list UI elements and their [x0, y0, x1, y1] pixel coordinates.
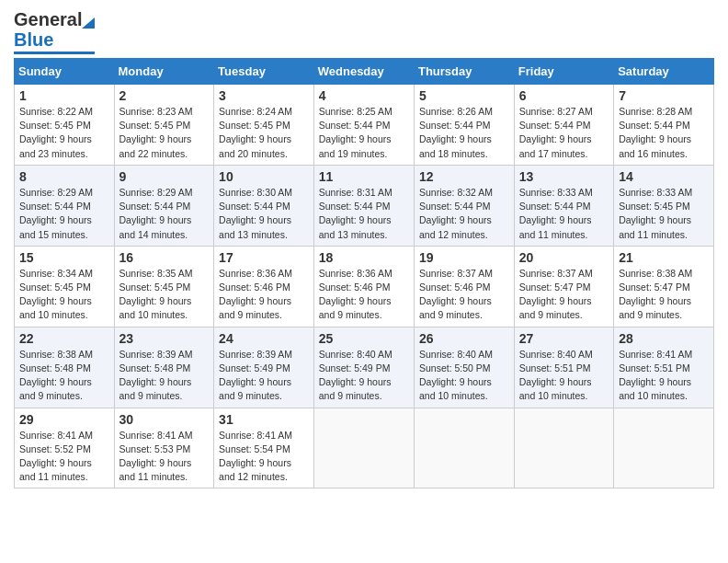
- day-info: Sunrise: 8:40 AMSunset: 5:51 PMDaylight:…: [519, 348, 609, 404]
- day-number: 14: [619, 169, 709, 184]
- logo: GeneralBlue: [14, 9, 95, 54]
- svg-marker-0: [82, 17, 95, 29]
- calendar-cell: 27 Sunrise: 8:40 AMSunset: 5:51 PMDaylig…: [514, 327, 613, 408]
- day-info: Sunrise: 8:28 AMSunset: 5:44 PMDaylight:…: [619, 105, 709, 161]
- day-number: 31: [219, 412, 309, 427]
- calendar-cell: 2 Sunrise: 8:23 AMSunset: 5:45 PMDayligh…: [114, 85, 214, 166]
- calendar-cell: 25 Sunrise: 8:40 AMSunset: 5:49 PMDaylig…: [313, 327, 414, 408]
- day-info: Sunrise: 8:41 AMSunset: 5:51 PMDaylight:…: [619, 348, 709, 404]
- calendar-cell: 24 Sunrise: 8:39 AMSunset: 5:49 PMDaylig…: [214, 327, 314, 408]
- day-info: Sunrise: 8:41 AMSunset: 5:52 PMDaylight:…: [19, 429, 109, 485]
- calendar-cell: 13 Sunrise: 8:33 AMSunset: 5:44 PMDaylig…: [514, 165, 613, 246]
- day-number: 17: [219, 250, 309, 265]
- calendar-week-row: 15 Sunrise: 8:34 AMSunset: 5:45 PMDaylig…: [15, 246, 714, 327]
- day-number: 27: [519, 331, 609, 346]
- day-number: 21: [619, 250, 709, 265]
- day-number: 22: [19, 331, 109, 346]
- day-number: 4: [319, 88, 409, 103]
- calendar-cell: 21 Sunrise: 8:38 AMSunset: 5:47 PMDaylig…: [614, 246, 714, 327]
- calendar-week-row: 29 Sunrise: 8:41 AMSunset: 5:52 PMDaylig…: [15, 408, 714, 488]
- day-number: 19: [419, 250, 509, 265]
- col-header-sunday: Sunday: [15, 59, 115, 85]
- day-info: Sunrise: 8:38 AMSunset: 5:48 PMDaylight:…: [19, 348, 109, 404]
- calendar-cell: 12 Sunrise: 8:32 AMSunset: 5:44 PMDaylig…: [414, 165, 514, 246]
- day-info: Sunrise: 8:33 AMSunset: 5:44 PMDaylight:…: [519, 186, 609, 242]
- day-number: 26: [419, 331, 509, 346]
- calendar-cell: 5 Sunrise: 8:26 AMSunset: 5:44 PMDayligh…: [414, 85, 514, 166]
- calendar-cell: 10 Sunrise: 8:30 AMSunset: 5:44 PMDaylig…: [214, 165, 314, 246]
- calendar-cell: [414, 408, 514, 488]
- col-header-thursday: Thursday: [414, 59, 514, 85]
- calendar-cell: [514, 408, 613, 488]
- logo-text-block: GeneralBlue: [14, 9, 95, 54]
- calendar-cell: 20 Sunrise: 8:37 AMSunset: 5:47 PMDaylig…: [514, 246, 613, 327]
- day-number: 18: [319, 250, 409, 265]
- col-header-saturday: Saturday: [614, 59, 714, 85]
- day-info: Sunrise: 8:40 AMSunset: 5:49 PMDaylight:…: [319, 348, 409, 404]
- day-number: 30: [119, 412, 210, 427]
- calendar-cell: 14 Sunrise: 8:33 AMSunset: 5:45 PMDaylig…: [614, 165, 714, 246]
- col-header-tuesday: Tuesday: [214, 59, 314, 85]
- calendar-cell: 7 Sunrise: 8:28 AMSunset: 5:44 PMDayligh…: [614, 85, 714, 166]
- day-number: 28: [619, 331, 709, 346]
- day-info: Sunrise: 8:24 AMSunset: 5:45 PMDaylight:…: [219, 105, 309, 161]
- calendar-cell: 1 Sunrise: 8:22 AMSunset: 5:45 PMDayligh…: [15, 85, 115, 166]
- day-number: 10: [219, 169, 309, 184]
- calendar-week-row: 1 Sunrise: 8:22 AMSunset: 5:45 PMDayligh…: [15, 85, 714, 166]
- day-info: Sunrise: 8:32 AMSunset: 5:44 PMDaylight:…: [419, 186, 509, 242]
- day-info: Sunrise: 8:38 AMSunset: 5:47 PMDaylight:…: [619, 267, 709, 323]
- calendar-cell: 17 Sunrise: 8:36 AMSunset: 5:46 PMDaylig…: [214, 246, 314, 327]
- calendar-cell: [313, 408, 414, 488]
- calendar-cell: 9 Sunrise: 8:29 AMSunset: 5:44 PMDayligh…: [114, 165, 214, 246]
- day-number: 23: [119, 331, 210, 346]
- calendar-cell: 22 Sunrise: 8:38 AMSunset: 5:48 PMDaylig…: [15, 327, 115, 408]
- day-info: Sunrise: 8:29 AMSunset: 5:44 PMDaylight:…: [119, 186, 210, 242]
- day-number: 29: [19, 412, 109, 427]
- page-header: GeneralBlue: [14, 9, 714, 54]
- day-number: 8: [19, 169, 109, 184]
- col-header-friday: Friday: [514, 59, 613, 85]
- calendar-cell: 31 Sunrise: 8:41 AMSunset: 5:54 PMDaylig…: [214, 408, 314, 488]
- day-info: Sunrise: 8:41 AMSunset: 5:53 PMDaylight:…: [119, 429, 210, 485]
- calendar-cell: 4 Sunrise: 8:25 AMSunset: 5:44 PMDayligh…: [313, 85, 414, 166]
- day-info: Sunrise: 8:36 AMSunset: 5:46 PMDaylight:…: [219, 267, 309, 323]
- calendar-cell: 11 Sunrise: 8:31 AMSunset: 5:44 PMDaylig…: [313, 165, 414, 246]
- day-info: Sunrise: 8:25 AMSunset: 5:44 PMDaylight:…: [319, 105, 409, 161]
- day-number: 11: [319, 169, 409, 184]
- day-info: Sunrise: 8:39 AMSunset: 5:48 PMDaylight:…: [119, 348, 210, 404]
- calendar-week-row: 22 Sunrise: 8:38 AMSunset: 5:48 PMDaylig…: [15, 327, 714, 408]
- calendar-cell: 30 Sunrise: 8:41 AMSunset: 5:53 PMDaylig…: [114, 408, 214, 488]
- day-info: Sunrise: 8:34 AMSunset: 5:45 PMDaylight:…: [19, 267, 109, 323]
- day-info: Sunrise: 8:37 AMSunset: 5:47 PMDaylight:…: [519, 267, 609, 323]
- day-number: 25: [319, 331, 409, 346]
- calendar-cell: 3 Sunrise: 8:24 AMSunset: 5:45 PMDayligh…: [214, 85, 314, 166]
- calendar-cell: 18 Sunrise: 8:36 AMSunset: 5:46 PMDaylig…: [313, 246, 414, 327]
- day-info: Sunrise: 8:35 AMSunset: 5:45 PMDaylight:…: [119, 267, 210, 323]
- day-number: 9: [119, 169, 210, 184]
- day-number: 15: [19, 250, 109, 265]
- day-number: 5: [419, 88, 509, 103]
- day-number: 20: [519, 250, 609, 265]
- day-info: Sunrise: 8:36 AMSunset: 5:46 PMDaylight:…: [319, 267, 409, 323]
- day-info: Sunrise: 8:22 AMSunset: 5:45 PMDaylight:…: [19, 105, 109, 161]
- calendar-table: SundayMondayTuesdayWednesdayThursdayFrid…: [14, 58, 714, 488]
- day-info: Sunrise: 8:26 AMSunset: 5:44 PMDaylight:…: [419, 105, 509, 161]
- calendar-cell: 8 Sunrise: 8:29 AMSunset: 5:44 PMDayligh…: [15, 165, 115, 246]
- day-info: Sunrise: 8:33 AMSunset: 5:45 PMDaylight:…: [619, 186, 709, 242]
- day-info: Sunrise: 8:37 AMSunset: 5:46 PMDaylight:…: [419, 267, 509, 323]
- calendar-cell: 23 Sunrise: 8:39 AMSunset: 5:48 PMDaylig…: [114, 327, 214, 408]
- day-number: 12: [419, 169, 509, 184]
- logo-triangle-icon: [82, 10, 95, 29]
- calendar-cell: 16 Sunrise: 8:35 AMSunset: 5:45 PMDaylig…: [114, 246, 214, 327]
- calendar-cell: 6 Sunrise: 8:27 AMSunset: 5:44 PMDayligh…: [514, 85, 613, 166]
- day-number: 1: [19, 88, 109, 103]
- day-info: Sunrise: 8:39 AMSunset: 5:49 PMDaylight:…: [219, 348, 309, 404]
- day-info: Sunrise: 8:31 AMSunset: 5:44 PMDaylight:…: [319, 186, 409, 242]
- day-info: Sunrise: 8:30 AMSunset: 5:44 PMDaylight:…: [219, 186, 309, 242]
- calendar-cell: 19 Sunrise: 8:37 AMSunset: 5:46 PMDaylig…: [414, 246, 514, 327]
- day-number: 2: [119, 88, 210, 103]
- col-header-wednesday: Wednesday: [313, 59, 414, 85]
- day-info: Sunrise: 8:40 AMSunset: 5:50 PMDaylight:…: [419, 348, 509, 404]
- calendar-header-row: SundayMondayTuesdayWednesdayThursdayFrid…: [15, 59, 714, 85]
- calendar-week-row: 8 Sunrise: 8:29 AMSunset: 5:44 PMDayligh…: [15, 165, 714, 246]
